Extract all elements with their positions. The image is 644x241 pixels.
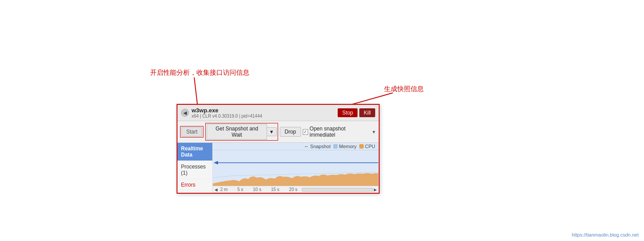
left-sidebar: Realtime Data Processes (1) Errors <box>177 143 213 193</box>
snapshot-group: Get Snapshot and Wait ▼ <box>205 123 278 141</box>
timeline-label-2m: 2 m <box>220 187 228 192</box>
get-snapshot-button[interactable]: Get Snapshot and Wait <box>207 124 267 140</box>
memory-label: Memory <box>339 144 357 149</box>
toolbar: Start Get Snapshot and Wait ▼ Drop ✓ Ope… <box>177 121 379 143</box>
window-subtitle: x64 | CLR v4.0.30319.0 | pid=41444 <box>192 114 262 119</box>
scroll-left-arrow[interactable]: ◀ <box>215 187 218 192</box>
timeline-bar: ◀ 2 m 5 s 10 s 15 s 20 s ▶ <box>213 186 379 193</box>
timeline-scrollbar-track[interactable] <box>302 188 373 191</box>
open-snapshot-checkbox[interactable]: ✓ <box>303 129 309 135</box>
sidebar-item-errors[interactable]: Errors <box>177 179 212 191</box>
content-area: Realtime Data Processes (1) Errors ↔ Sna… <box>177 143 379 193</box>
legend-memory: Memory <box>333 144 357 149</box>
snapshot-dropdown-arrow[interactable]: ▼ <box>267 127 277 136</box>
legend-cpu: CPU <box>359 144 375 149</box>
title-bar-left: ◀ w3wp.exe x64 | CLR v4.0.30319.0 | pid=… <box>181 107 262 119</box>
start-group: Start <box>180 126 203 138</box>
legend-snapshot-label: ↔ Snapshot <box>304 144 331 149</box>
start-button[interactable]: Start <box>181 127 202 137</box>
title-bar-buttons: Stop Kill <box>338 108 375 117</box>
annotation-label-1: 开启性能分析，收集接口访问信息 <box>150 69 249 77</box>
sidebar-item-realtime[interactable]: Realtime Data <box>177 143 212 161</box>
open-snapshot-dropdown-icon[interactable]: ▼ <box>372 130 376 134</box>
kill-button[interactable]: Kill <box>359 108 375 117</box>
timeline-label-20s: 20 s <box>289 187 298 192</box>
title-bar: ◀ w3wp.exe x64 | CLR v4.0.30319.0 | pid=… <box>177 105 379 121</box>
watermark: https://tianmaolin.blog.csdn.net <box>572 232 639 237</box>
timeline-label-15s: 15 s <box>271 187 279 192</box>
memory-legend-dot <box>333 144 338 149</box>
cpu-label: CPU <box>365 144 375 149</box>
sidebar-item-processes[interactable]: Processes (1) <box>177 161 212 179</box>
cpu-legend-dot <box>359 144 364 149</box>
scroll-right-arrow[interactable]: ▶ <box>374 187 377 192</box>
timeline-label-10s: 10 s <box>253 187 261 192</box>
drop-button[interactable]: Drop <box>280 127 301 137</box>
stop-button[interactable]: Stop <box>338 108 358 117</box>
timeline-scroll: ◀ 2 m 5 s 10 s 15 s 20 s ▶ <box>215 187 377 192</box>
timeline-label-5s: 5 s <box>237 187 243 192</box>
annotation-label-2: 生成快照信息 <box>384 85 424 93</box>
chart-canvas <box>213 150 379 186</box>
title-text: w3wp.exe x64 | CLR v4.0.30319.0 | pid=41… <box>192 107 262 119</box>
window-title: w3wp.exe <box>192 107 262 114</box>
back-button[interactable]: ◀ <box>181 109 189 117</box>
open-snapshot-label-text: Open snapshot immediatel <box>309 126 370 138</box>
profiler-window: ◀ w3wp.exe x64 | CLR v4.0.30319.0 | pid=… <box>177 104 380 194</box>
legend-bar: ↔ Snapshot Memory CPU <box>213 143 379 150</box>
open-snapshot-option: ✓ Open snapshot immediatel ▼ <box>303 126 376 138</box>
chart-area: ↔ Snapshot Memory CPU <box>213 143 379 193</box>
